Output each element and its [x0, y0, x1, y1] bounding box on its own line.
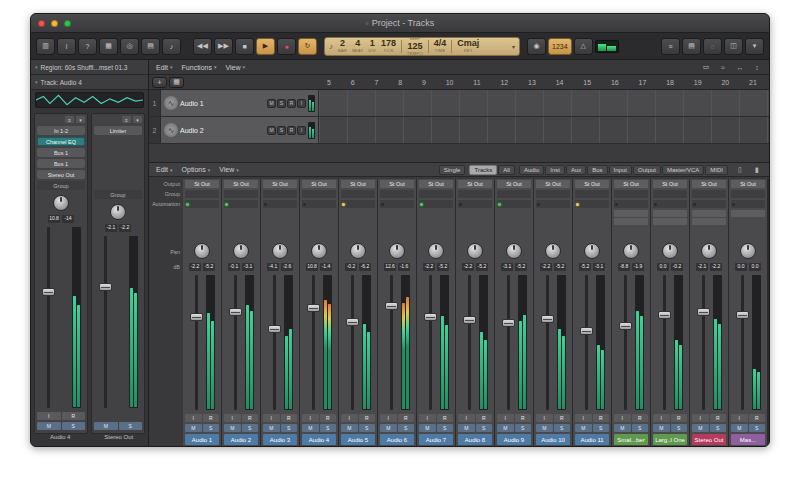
record-enable-button[interactable]: R [710, 414, 727, 422]
track-name[interactable]: Audio 2 [180, 127, 265, 134]
pan-knob[interactable] [194, 243, 210, 259]
record-enable-button[interactable]: R [359, 414, 376, 422]
pan-knob[interactable] [110, 204, 126, 220]
region-inspector-header[interactable]: ▾ Region: 60s Shuffl...mset 01.3 [31, 60, 148, 75]
mute-button[interactable]: M [37, 422, 61, 430]
stop-button[interactable]: ■ [235, 38, 254, 55]
lcd-key[interactable]: CmajKEY [457, 39, 479, 53]
track-lane[interactable] [319, 90, 769, 116]
filter-midi[interactable]: MIDI [705, 165, 728, 175]
automation-slot[interactable] [497, 200, 531, 208]
narrow-strips-icon[interactable]: ▯ [733, 164, 747, 176]
insert-slots[interactable] [302, 210, 336, 238]
fader-handle[interactable] [658, 311, 671, 319]
solo-button[interactable]: S [277, 99, 286, 108]
snap-mode-icon[interactable]: ≈ [716, 61, 730, 73]
mute-button[interactable]: M [267, 99, 276, 108]
channel-eq-slot[interactable]: Channel EQ [37, 137, 85, 146]
fader-handle[interactable] [190, 313, 203, 321]
group-slot[interactable] [341, 190, 375, 198]
solo-button[interactable]: S [281, 424, 298, 432]
output-slot[interactable]: St Out [263, 180, 297, 188]
channel-name[interactable]: Mas... [731, 434, 765, 445]
automation-slot[interactable] [224, 200, 258, 208]
pan-knob[interactable] [662, 243, 678, 259]
track-row[interactable]: 2 ∿ Audio 2 MSRI [149, 117, 769, 144]
fader-handle[interactable] [463, 316, 476, 324]
record-enable-button[interactable]: R [476, 414, 493, 422]
solo-button[interactable]: S [671, 424, 688, 432]
title-bar[interactable]: ▫Project - Tracks [31, 14, 769, 33]
mute-button[interactable]: M [380, 424, 397, 432]
record-enable-button[interactable]: R [242, 414, 259, 422]
pan-knob[interactable] [545, 243, 561, 259]
fader-handle[interactable] [99, 283, 112, 291]
track-header[interactable]: ∿ Audio 2 MSRI [161, 117, 319, 143]
automation-slot[interactable] [614, 200, 648, 208]
fader-handle[interactable] [580, 327, 593, 335]
solo-button[interactable]: S [476, 424, 493, 432]
pan-knob[interactable] [350, 243, 366, 259]
strip-setting-icon[interactable]: ≡ [65, 116, 74, 123]
apple-loops-button[interactable]: ◌ [703, 38, 722, 55]
list-editors-button[interactable]: ≡ [661, 38, 680, 55]
fader-handle[interactable] [268, 325, 281, 333]
send-slot[interactable]: Bus 1 [37, 148, 85, 157]
input-monitor-button[interactable]: I [536, 414, 553, 422]
group-slot[interactable]: Group [94, 190, 142, 199]
record-enable-button[interactable]: R [671, 414, 688, 422]
input-monitor-button[interactable]: I [692, 414, 709, 422]
record-enable-button[interactable]: R [437, 414, 454, 422]
mute-button[interactable]: M [497, 424, 514, 432]
solo-button[interactable]: S [398, 424, 415, 432]
lcd-chevron-icon[interactable]: ▾ [512, 43, 515, 50]
insert-slots[interactable] [185, 210, 219, 238]
solo-button[interactable]: S [593, 424, 610, 432]
channel-name[interactable]: Audio 2 [224, 434, 258, 445]
fader-handle[interactable] [619, 322, 632, 330]
insert-slots[interactable] [497, 210, 531, 238]
fader-handle[interactable] [42, 288, 55, 296]
record-enable-button[interactable]: R [749, 414, 766, 422]
filter-bus[interactable]: Bus [587, 165, 607, 175]
record-enable-button[interactable]: R [281, 414, 298, 422]
channel-name[interactable]: Smal...ber [614, 434, 648, 445]
channel-name[interactable]: Audio 6 [380, 434, 414, 445]
solo-button[interactable]: S [437, 424, 454, 432]
record-enable-button[interactable]: R [554, 414, 571, 422]
strip-view-icon[interactable]: ▾ [76, 116, 85, 123]
pan-knob[interactable] [584, 243, 600, 259]
record-enable-button[interactable]: R [320, 414, 337, 422]
insert-slots[interactable] [380, 210, 414, 238]
filter-all[interactable]: All [498, 165, 515, 175]
solo-button[interactable]: S [320, 424, 337, 432]
automation-slot[interactable] [731, 200, 765, 208]
track-row[interactable]: 1 ∿ Audio 1 MSRI [149, 90, 769, 117]
automation-slot[interactable] [575, 200, 609, 208]
insert-slots[interactable] [731, 210, 765, 238]
output-slot[interactable]: St Out [575, 180, 609, 188]
mute-button[interactable]: M [185, 424, 202, 432]
input-monitor-button[interactable]: I [185, 414, 202, 422]
insert-slots[interactable] [458, 210, 492, 238]
pan-knob[interactable] [233, 243, 249, 259]
fader-handle[interactable] [229, 308, 242, 316]
filter-input[interactable]: Input [609, 165, 632, 175]
pan-knob[interactable] [623, 243, 639, 259]
group-slot[interactable] [692, 190, 726, 198]
solo-button[interactable]: S [632, 424, 649, 432]
solo-button[interactable]: S [554, 424, 571, 432]
mute-button[interactable]: M [267, 126, 276, 135]
insert-slots[interactable] [341, 210, 375, 238]
output-slot[interactable]: St Out [536, 180, 570, 188]
lcd-display[interactable]: ♪ 2BAR 4BEAT 1DIV 178TICK KEEP125TEMPO 4… [324, 37, 520, 56]
group-slot[interactable] [224, 190, 258, 198]
channel-name[interactable]: Audio 5 [341, 434, 375, 445]
control-bar-menu-button[interactable]: ▾ [745, 38, 764, 55]
toolbar-toggle-button[interactable]: ▦ [99, 38, 118, 55]
fader-handle[interactable] [385, 302, 398, 310]
zoom-vertical-icon[interactable]: ↕ [750, 61, 764, 73]
menu-edit[interactable]: Edit▾ [156, 64, 173, 71]
record-enable-button[interactable]: R [203, 414, 220, 422]
output-slot[interactable]: St Out [614, 180, 648, 188]
